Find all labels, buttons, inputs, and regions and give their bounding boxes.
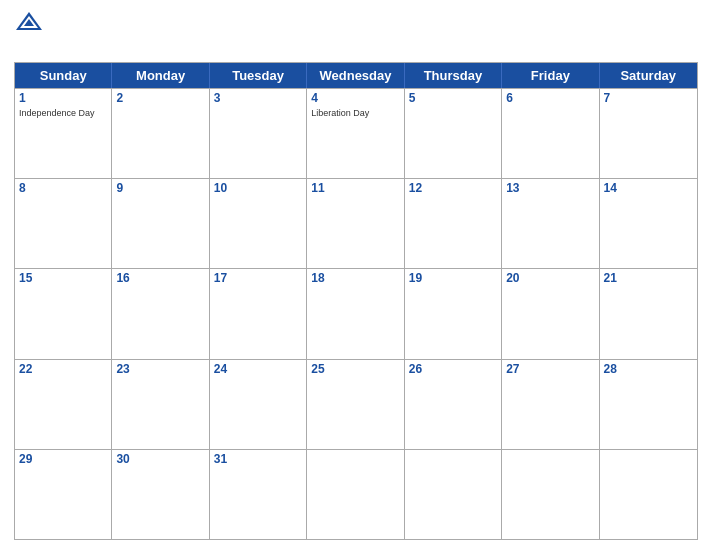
cal-cell [600, 450, 697, 539]
day-number: 12 [409, 181, 497, 197]
calendar: SundayMondayTuesdayWednesdayThursdayFrid… [14, 62, 698, 540]
day-number: 26 [409, 362, 497, 378]
cal-cell: 4Liberation Day [307, 89, 404, 178]
cal-cell: 2 [112, 89, 209, 178]
cal-cell: 23 [112, 360, 209, 449]
day-number: 28 [604, 362, 693, 378]
day-number: 8 [19, 181, 107, 197]
cal-cell: 26 [405, 360, 502, 449]
cal-cell: 19 [405, 269, 502, 358]
cal-cell: 29 [15, 450, 112, 539]
page: SundayMondayTuesdayWednesdayThursdayFrid… [0, 0, 712, 550]
cal-cell: 15 [15, 269, 112, 358]
cal-cell: 16 [112, 269, 209, 358]
cal-cell [405, 450, 502, 539]
cal-cell: 3 [210, 89, 307, 178]
cal-cell: 6 [502, 89, 599, 178]
day-number: 27 [506, 362, 594, 378]
logo-icon [14, 10, 44, 34]
day-number: 21 [604, 271, 693, 287]
cal-cell: 5 [405, 89, 502, 178]
cal-cell: 22 [15, 360, 112, 449]
week-row-2: 891011121314 [15, 178, 697, 268]
cal-cell: 27 [502, 360, 599, 449]
day-number: 11 [311, 181, 399, 197]
day-number: 23 [116, 362, 204, 378]
calendar-body: 1Independence Day234Liberation Day567891… [15, 88, 697, 539]
day-number: 24 [214, 362, 302, 378]
week-row-3: 15161718192021 [15, 268, 697, 358]
header-cell-monday: Monday [112, 63, 209, 88]
calendar-header: SundayMondayTuesdayWednesdayThursdayFrid… [15, 63, 697, 88]
cal-cell: 7 [600, 89, 697, 178]
day-number: 13 [506, 181, 594, 197]
day-number: 29 [19, 452, 107, 468]
holiday-label: Liberation Day [311, 108, 399, 119]
day-number: 20 [506, 271, 594, 287]
day-number: 19 [409, 271, 497, 287]
cal-cell: 12 [405, 179, 502, 268]
cal-cell: 1Independence Day [15, 89, 112, 178]
day-number: 4 [311, 91, 399, 107]
week-row-5: 293031 [15, 449, 697, 539]
day-number: 5 [409, 91, 497, 107]
logo [14, 10, 94, 34]
day-number: 17 [214, 271, 302, 287]
day-number: 9 [116, 181, 204, 197]
cal-cell: 9 [112, 179, 209, 268]
week-row-4: 22232425262728 [15, 359, 697, 449]
holiday-label: Independence Day [19, 108, 107, 119]
cal-cell: 30 [112, 450, 209, 539]
cal-cell: 28 [600, 360, 697, 449]
day-number: 2 [116, 91, 204, 107]
cal-cell: 18 [307, 269, 404, 358]
header-cell-saturday: Saturday [600, 63, 697, 88]
day-number: 1 [19, 91, 107, 107]
cal-cell: 14 [600, 179, 697, 268]
day-number: 18 [311, 271, 399, 287]
cal-cell: 24 [210, 360, 307, 449]
header-cell-wednesday: Wednesday [307, 63, 404, 88]
header-cell-tuesday: Tuesday [210, 63, 307, 88]
header-cell-friday: Friday [502, 63, 599, 88]
week-row-1: 1Independence Day234Liberation Day567 [15, 88, 697, 178]
day-number: 15 [19, 271, 107, 287]
day-number: 25 [311, 362, 399, 378]
cal-cell: 11 [307, 179, 404, 268]
day-number: 3 [214, 91, 302, 107]
header-cell-sunday: Sunday [15, 63, 112, 88]
cal-cell: 8 [15, 179, 112, 268]
cal-cell: 17 [210, 269, 307, 358]
day-number: 22 [19, 362, 107, 378]
day-number: 31 [214, 452, 302, 468]
day-number: 10 [214, 181, 302, 197]
cal-cell: 21 [600, 269, 697, 358]
cal-cell: 13 [502, 179, 599, 268]
day-number: 30 [116, 452, 204, 468]
cal-cell: 31 [210, 450, 307, 539]
cal-cell: 25 [307, 360, 404, 449]
day-number: 7 [604, 91, 693, 107]
day-number: 14 [604, 181, 693, 197]
cal-cell [307, 450, 404, 539]
cal-cell: 10 [210, 179, 307, 268]
header [14, 10, 698, 58]
header-cell-thursday: Thursday [405, 63, 502, 88]
cal-cell [502, 450, 599, 539]
day-number: 6 [506, 91, 594, 107]
day-number: 16 [116, 271, 204, 287]
cal-cell: 20 [502, 269, 599, 358]
